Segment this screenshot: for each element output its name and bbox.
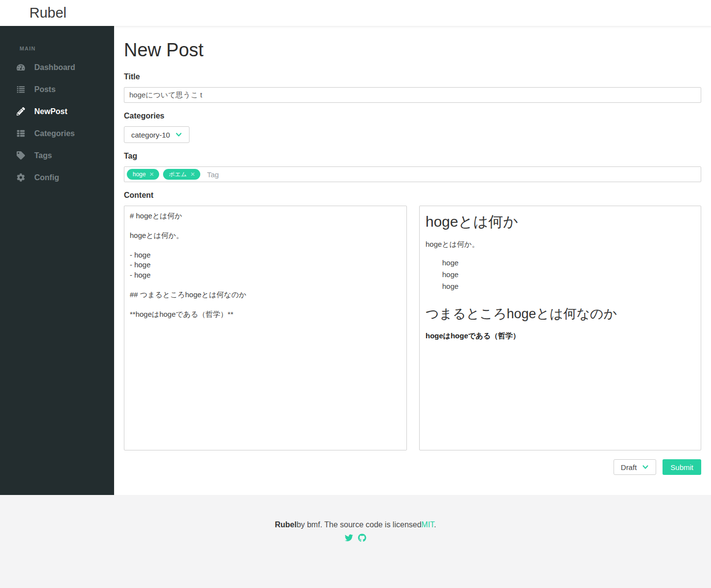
category-select[interactable]: category-10 — [124, 126, 190, 143]
github-icon — [358, 534, 366, 542]
form-controls: Draft Submit — [124, 459, 701, 495]
sidebar-item-label: Tags — [34, 151, 52, 160]
list-icon — [16, 85, 25, 94]
markdown-editor[interactable]: # hogeとは何か hogeとは何か。 - hoge - hoge - hog… — [124, 206, 407, 450]
sidebar-item-newpost[interactable]: NewPost — [0, 100, 114, 122]
sidebar-item-config[interactable]: Config — [0, 166, 114, 188]
preview-list-item: hoge — [442, 257, 695, 269]
preview-list-item: hoge — [442, 281, 695, 292]
gear-icon — [16, 173, 25, 182]
tag-pill-label: hoge — [133, 171, 146, 178]
submit-button[interactable]: Submit — [663, 459, 701, 475]
page-title: New Post — [124, 40, 701, 61]
topbar: Rubel — [0, 0, 711, 26]
title-label: Title — [124, 72, 701, 81]
categories-label: Categories — [124, 112, 701, 120]
footer-brand: Rubel — [275, 520, 296, 529]
pencil-icon — [16, 107, 25, 116]
app-logo[interactable]: Rubel — [29, 5, 67, 21]
tags-icon — [16, 151, 25, 160]
tag-pill: ポエム ✕ — [163, 169, 200, 180]
footer-period: . — [434, 520, 436, 529]
footer: Rubelby bmf. The source code is licensed… — [0, 495, 711, 588]
preview-bold-paragraph: hogeはhogeである（哲学） — [426, 331, 695, 341]
title-field: Title — [124, 72, 701, 103]
sidebar-item-tags[interactable]: Tags — [0, 144, 114, 166]
status-select-value: Draft — [621, 463, 637, 471]
footer-social-icons — [0, 534, 711, 542]
content-field: Content # hogeとは何か hogeとは何か。 - hoge - ho… — [124, 191, 701, 450]
remove-tag-icon[interactable]: ✕ — [149, 171, 154, 177]
tag-pill-label: ポエム — [169, 170, 187, 179]
sidebar-item-label: Dashboard — [34, 63, 75, 72]
tachometer-icon — [16, 63, 25, 72]
sidebar-item-label: Posts — [34, 85, 56, 94]
remove-tag-icon[interactable]: ✕ — [190, 171, 195, 177]
sidebar-item-label: Categories — [34, 129, 75, 138]
sidebar-nav: Dashboard Posts NewPost — [0, 56, 114, 188]
page: Rubel MAIN Dashboard Posts — [0, 0, 711, 588]
tag-label: Tag — [124, 152, 701, 161]
preview-h2: つまるところhogeとは何なのか — [426, 305, 695, 323]
preview-h1: hogeとは何か — [426, 212, 695, 232]
footer-credit: Rubelby bmf. The source code is licensed… — [0, 520, 711, 529]
th-list-icon — [16, 129, 25, 138]
twitter-link[interactable] — [345, 534, 353, 542]
sidebar-item-label: NewPost — [34, 107, 68, 116]
categories-field: Categories category-10 — [124, 112, 701, 143]
chevron-down-icon — [642, 464, 649, 470]
status-select[interactable]: Draft — [614, 459, 657, 475]
footer-text: by bmf. The source code is licensed — [297, 520, 422, 529]
main-content: New Post Title Categories category-10 Ta… — [114, 26, 711, 495]
sidebar: MAIN Dashboard Posts — [0, 26, 114, 495]
twitter-icon — [345, 534, 353, 542]
tag-field: Tag hoge ✕ ポエム ✕ — [124, 152, 701, 182]
tag-pill: hoge ✕ — [127, 169, 159, 180]
preview-paragraph: hogeとは何か。 — [426, 240, 695, 249]
github-link[interactable] — [358, 534, 366, 542]
sidebar-section-label: MAIN — [0, 46, 114, 56]
sidebar-item-posts[interactable]: Posts — [0, 78, 114, 100]
content-label: Content — [124, 191, 701, 200]
preview-list: hoge hoge hoge — [426, 257, 695, 292]
chevron-down-icon — [175, 131, 182, 138]
category-select-value: category-10 — [131, 131, 170, 139]
markdown-preview: hogeとは何か hogeとは何か。 hoge hoge hoge つまるところ… — [419, 206, 701, 450]
title-input[interactable] — [124, 87, 701, 103]
tag-input[interactable] — [204, 170, 698, 179]
tag-input-box[interactable]: hoge ✕ ポエム ✕ — [124, 166, 701, 182]
preview-list-item: hoge — [442, 269, 695, 281]
sidebar-item-dashboard[interactable]: Dashboard — [0, 56, 114, 78]
sidebar-item-label: Config — [34, 173, 59, 182]
sidebar-item-categories[interactable]: Categories — [0, 122, 114, 144]
mit-license-link[interactable]: MIT — [422, 520, 434, 529]
